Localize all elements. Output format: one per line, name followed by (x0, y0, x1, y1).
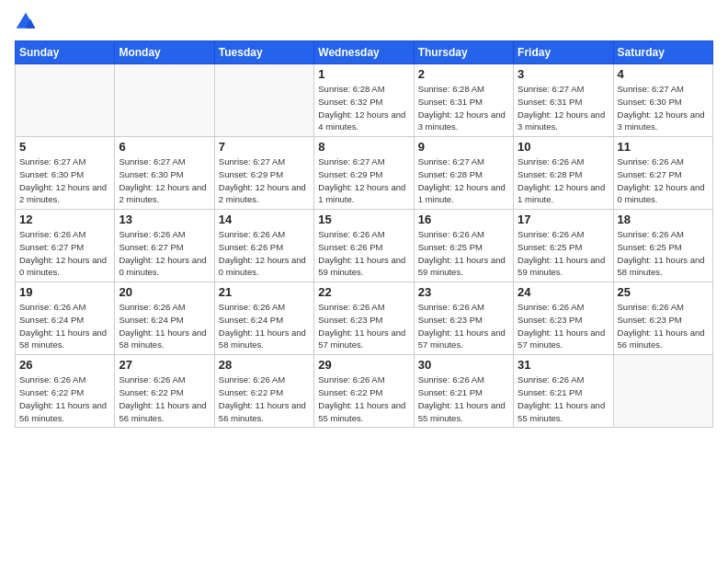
week-row-3: 19Sunrise: 6:26 AM Sunset: 6:24 PM Dayli… (16, 282, 713, 355)
day-info: Sunrise: 6:26 AM Sunset: 6:23 PM Dayligh… (618, 301, 709, 351)
weekday-header-row: SundayMondayTuesdayWednesdayThursdayFrid… (16, 41, 713, 64)
day-number: 15 (318, 213, 409, 226)
day-info: Sunrise: 6:27 AM Sunset: 6:28 PM Dayligh… (418, 155, 509, 206)
calendar-cell: 15Sunrise: 6:26 AM Sunset: 6:26 PM Dayli… (314, 210, 414, 282)
calendar-cell: 13Sunrise: 6:26 AM Sunset: 6:27 PM Dayli… (115, 210, 214, 282)
calendar: SundayMondayTuesdayWednesdayThursdayFrid… (15, 40, 713, 428)
day-number: 6 (119, 140, 210, 154)
calendar-cell: 16Sunrise: 6:26 AM Sunset: 6:25 PM Dayli… (414, 210, 513, 282)
day-number: 4 (618, 67, 709, 81)
day-info: Sunrise: 6:26 AM Sunset: 6:24 PM Dayligh… (219, 301, 310, 351)
logo-icon (15, 11, 37, 33)
weekday-header-tuesday: Tuesday (214, 41, 313, 64)
calendar-cell (16, 64, 115, 137)
calendar-cell: 6Sunrise: 6:27 AM Sunset: 6:30 PM Daylig… (115, 137, 214, 210)
day-number: 22 (318, 285, 409, 299)
day-info: Sunrise: 6:26 AM Sunset: 6:28 PM Dayligh… (518, 155, 609, 206)
day-info: Sunrise: 6:26 AM Sunset: 6:21 PM Dayligh… (418, 373, 509, 424)
day-number: 13 (119, 213, 210, 226)
calendar-cell (613, 355, 712, 428)
day-info: Sunrise: 6:26 AM Sunset: 6:27 PM Dayligh… (618, 155, 709, 206)
day-info: Sunrise: 6:26 AM Sunset: 6:23 PM Dayligh… (318, 301, 409, 351)
day-info: Sunrise: 6:26 AM Sunset: 6:25 PM Dayligh… (618, 228, 709, 279)
day-number: 29 (318, 358, 409, 372)
day-number: 9 (418, 140, 509, 154)
day-info: Sunrise: 6:27 AM Sunset: 6:30 PM Dayligh… (618, 83, 709, 133)
day-info: Sunrise: 6:28 AM Sunset: 6:32 PM Dayligh… (318, 83, 409, 133)
calendar-cell: 25Sunrise: 6:26 AM Sunset: 6:23 PM Dayli… (613, 282, 712, 355)
day-number: 5 (19, 140, 110, 154)
day-number: 14 (219, 213, 310, 226)
day-number: 2 (418, 67, 509, 81)
day-number: 28 (219, 358, 310, 372)
day-number: 31 (518, 358, 609, 372)
calendar-cell (115, 64, 214, 137)
day-info: Sunrise: 6:26 AM Sunset: 6:22 PM Dayligh… (19, 373, 110, 424)
day-info: Sunrise: 6:26 AM Sunset: 6:22 PM Dayligh… (219, 373, 310, 424)
weekday-header-wednesday: Wednesday (314, 41, 414, 64)
calendar-cell: 11Sunrise: 6:26 AM Sunset: 6:27 PM Dayli… (613, 137, 712, 210)
day-number: 7 (219, 140, 310, 154)
day-info: Sunrise: 6:26 AM Sunset: 6:23 PM Dayligh… (518, 301, 609, 351)
day-number: 25 (618, 285, 709, 299)
calendar-cell: 8Sunrise: 6:27 AM Sunset: 6:29 PM Daylig… (314, 137, 414, 210)
day-info: Sunrise: 6:27 AM Sunset: 6:30 PM Dayligh… (119, 155, 210, 206)
calendar-cell: 21Sunrise: 6:26 AM Sunset: 6:24 PM Dayli… (214, 282, 313, 355)
calendar-cell: 9Sunrise: 6:27 AM Sunset: 6:28 PM Daylig… (414, 137, 513, 210)
day-number: 11 (618, 140, 709, 154)
calendar-cell: 7Sunrise: 6:27 AM Sunset: 6:29 PM Daylig… (214, 137, 313, 210)
day-number: 19 (19, 285, 110, 299)
day-info: Sunrise: 6:26 AM Sunset: 6:27 PM Dayligh… (19, 228, 110, 279)
week-row-1: 5Sunrise: 6:27 AM Sunset: 6:30 PM Daylig… (16, 137, 713, 210)
day-info: Sunrise: 6:27 AM Sunset: 6:29 PM Dayligh… (318, 155, 409, 206)
week-row-2: 12Sunrise: 6:26 AM Sunset: 6:27 PM Dayli… (16, 210, 713, 282)
day-number: 23 (418, 285, 509, 299)
calendar-cell: 19Sunrise: 6:26 AM Sunset: 6:24 PM Dayli… (16, 282, 115, 355)
day-info: Sunrise: 6:26 AM Sunset: 6:23 PM Dayligh… (418, 301, 509, 351)
calendar-cell: 30Sunrise: 6:26 AM Sunset: 6:21 PM Dayli… (414, 355, 513, 428)
day-info: Sunrise: 6:26 AM Sunset: 6:22 PM Dayligh… (318, 373, 409, 424)
calendar-cell: 20Sunrise: 6:26 AM Sunset: 6:24 PM Dayli… (115, 282, 214, 355)
day-info: Sunrise: 6:27 AM Sunset: 6:30 PM Dayligh… (19, 155, 110, 206)
calendar-cell: 5Sunrise: 6:27 AM Sunset: 6:30 PM Daylig… (16, 137, 115, 210)
day-number: 24 (518, 285, 609, 299)
day-info: Sunrise: 6:26 AM Sunset: 6:22 PM Dayligh… (119, 373, 210, 424)
day-info: Sunrise: 6:26 AM Sunset: 6:25 PM Dayligh… (418, 228, 509, 279)
calendar-cell: 18Sunrise: 6:26 AM Sunset: 6:25 PM Dayli… (613, 210, 712, 282)
week-row-0: 1Sunrise: 6:28 AM Sunset: 6:32 PM Daylig… (16, 64, 713, 137)
logo (15, 11, 40, 33)
day-number: 30 (418, 358, 509, 372)
weekday-header-friday: Friday (514, 41, 613, 64)
day-number: 21 (219, 285, 310, 299)
day-number: 10 (518, 140, 609, 154)
calendar-cell: 24Sunrise: 6:26 AM Sunset: 6:23 PM Dayli… (514, 282, 613, 355)
day-info: Sunrise: 6:26 AM Sunset: 6:21 PM Dayligh… (518, 373, 609, 424)
day-info: Sunrise: 6:27 AM Sunset: 6:31 PM Dayligh… (518, 83, 609, 133)
day-number: 18 (618, 213, 709, 226)
day-info: Sunrise: 6:26 AM Sunset: 6:26 PM Dayligh… (219, 228, 310, 279)
weekday-header-saturday: Saturday (613, 41, 712, 64)
day-number: 12 (19, 213, 110, 226)
day-number: 16 (418, 213, 509, 226)
day-info: Sunrise: 6:28 AM Sunset: 6:31 PM Dayligh… (418, 83, 509, 133)
calendar-cell: 10Sunrise: 6:26 AM Sunset: 6:28 PM Dayli… (514, 137, 613, 210)
calendar-cell: 1Sunrise: 6:28 AM Sunset: 6:32 PM Daylig… (314, 64, 414, 137)
day-number: 1 (318, 67, 409, 81)
weekday-header-sunday: Sunday (16, 41, 115, 64)
day-number: 17 (518, 213, 609, 226)
day-number: 26 (19, 358, 110, 372)
calendar-cell: 29Sunrise: 6:26 AM Sunset: 6:22 PM Dayli… (314, 355, 414, 428)
calendar-cell: 17Sunrise: 6:26 AM Sunset: 6:25 PM Dayli… (514, 210, 613, 282)
day-number: 3 (518, 67, 609, 81)
weekday-header-thursday: Thursday (414, 41, 513, 64)
day-number: 27 (119, 358, 210, 372)
calendar-cell: 23Sunrise: 6:26 AM Sunset: 6:23 PM Dayli… (414, 282, 513, 355)
week-row-4: 26Sunrise: 6:26 AM Sunset: 6:22 PM Dayli… (16, 355, 713, 428)
calendar-cell: 2Sunrise: 6:28 AM Sunset: 6:31 PM Daylig… (414, 64, 513, 137)
calendar-cell (214, 64, 313, 137)
calendar-cell: 14Sunrise: 6:26 AM Sunset: 6:26 PM Dayli… (214, 210, 313, 282)
day-info: Sunrise: 6:27 AM Sunset: 6:29 PM Dayligh… (219, 155, 310, 206)
calendar-cell: 31Sunrise: 6:26 AM Sunset: 6:21 PM Dayli… (514, 355, 613, 428)
day-info: Sunrise: 6:26 AM Sunset: 6:25 PM Dayligh… (518, 228, 609, 279)
header (15, 11, 713, 33)
